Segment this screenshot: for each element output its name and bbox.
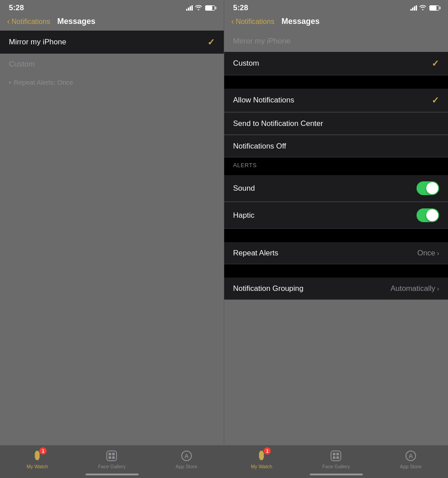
svg-text:A: A	[409, 453, 413, 459]
right-custom-item[interactable]: Custom ✓	[224, 52, 448, 75]
alerts-section-header: ALERTS	[224, 157, 448, 171]
svg-rect-10	[259, 452, 264, 459]
left-tab-face-gallery[interactable]: Face Gallery	[74, 449, 149, 469]
repeat-alerts-value: Once	[417, 249, 436, 258]
notification-grouping-value: Automatically	[390, 284, 435, 293]
right-mirror-item[interactable]: Mirror my iPhone	[224, 31, 448, 52]
app-store-icon: A	[181, 450, 192, 462]
right-tab-bar: 1 My Watch Face Gallery A	[224, 445, 448, 478]
svg-rect-11	[260, 451, 263, 452]
notification-grouping-label: Notification Grouping	[233, 284, 304, 293]
right-tab-face-gallery[interactable]: Face Gallery	[299, 449, 373, 469]
left-phone-screen: 5:28 ‹ Notifications	[0, 0, 224, 478]
right-face-gallery-icon-wrap	[329, 449, 343, 462]
haptic-item[interactable]: Haptic	[224, 202, 448, 229]
left-back-button[interactable]: ‹ Notifications	[7, 17, 50, 26]
left-back-arrow-icon: ‹	[7, 17, 10, 26]
haptic-toggle[interactable]	[417, 208, 439, 222]
svg-rect-2	[36, 458, 39, 460]
left-app-store-icon-wrap: A	[180, 449, 193, 462]
right-page-title: Messages	[281, 17, 319, 26]
right-status-bar: 5:28	[224, 0, 448, 14]
sound-label: Sound	[233, 184, 255, 193]
left-repeat-label: Repeat Alerts: Once	[14, 78, 73, 86]
bullet-icon: •	[9, 79, 11, 86]
left-nav-bar: ‹ Notifications Messages	[0, 14, 224, 31]
section-gap-alerts: ALERTS	[224, 157, 448, 175]
right-custom-checkmark-icon: ✓	[432, 58, 439, 69]
mirror-checkmark-icon: ✓	[207, 37, 215, 47]
right-mirror-label: Mirror my iPhone	[233, 37, 290, 46]
notifications-off-item[interactable]: Notifications Off	[224, 135, 448, 157]
svg-rect-1	[36, 451, 39, 452]
right-back-button[interactable]: ‹ Notifications	[231, 17, 274, 26]
notifications-off-label: Notifications Off	[233, 142, 286, 151]
left-page-title: Messages	[57, 17, 95, 26]
watch-badge: 1	[39, 447, 47, 454]
section-gap-1	[224, 75, 448, 89]
sound-toggle-knob	[426, 182, 438, 194]
section-gap-3	[224, 264, 448, 278]
notification-grouping-value-wrap: Automatically ›	[390, 284, 439, 293]
right-status-time: 5:28	[233, 4, 248, 12]
repeat-alerts-chevron-icon: ›	[437, 250, 439, 257]
svg-rect-7	[112, 456, 115, 459]
svg-rect-5	[112, 453, 115, 455]
notification-grouping-chevron-icon: ›	[437, 285, 439, 292]
right-phone-screen: 5:28 ‹ Notifications	[224, 0, 448, 478]
svg-rect-17	[336, 456, 339, 459]
right-wifi-icon	[419, 4, 426, 12]
svg-rect-12	[260, 458, 263, 460]
battery-icon	[205, 5, 215, 11]
repeat-alerts-item[interactable]: Repeat Alerts Once ›	[224, 242, 448, 264]
left-status-time: 5:28	[9, 4, 24, 12]
left-status-bar: 5:28	[0, 0, 224, 14]
notification-grouping-item[interactable]: Notification Grouping Automatically ›	[224, 278, 448, 300]
left-tab-bar: 1 My Watch Face Gallery A	[0, 445, 224, 478]
left-status-icons	[186, 4, 215, 12]
right-nav-bar: ‹ Notifications Messages	[224, 14, 448, 31]
left-watch-icon-wrap: 1	[31, 449, 44, 462]
right-tab-app-store[interactable]: A App Store	[374, 449, 448, 469]
allow-notifications-checkmark-icon: ✓	[432, 95, 439, 106]
allow-notifications-item[interactable]: Allow Notifications ✓	[224, 89, 448, 112]
wifi-icon	[195, 4, 202, 12]
svg-rect-3	[107, 451, 117, 461]
right-tab-my-watch[interactable]: 1 My Watch	[224, 449, 299, 469]
svg-rect-13	[331, 451, 341, 461]
right-custom-label: Custom	[233, 59, 259, 68]
mirror-my-iphone-item[interactable]: Mirror my iPhone ✓	[0, 31, 224, 54]
mirror-my-iphone-label: Mirror my iPhone	[9, 38, 66, 47]
right-back-arrow-icon: ‹	[231, 17, 234, 26]
right-app-store-tab-label: App Store	[400, 464, 421, 469]
left-custom-item[interactable]: Custom	[0, 54, 224, 75]
right-home-indicator	[310, 474, 363, 475]
left-face-gallery-icon-wrap	[105, 449, 118, 462]
right-app-store-icon-wrap: A	[404, 449, 417, 462]
left-home-indicator	[86, 474, 139, 475]
svg-rect-4	[109, 453, 111, 455]
left-tab-app-store[interactable]: A App Store	[149, 449, 224, 469]
signal-bars-icon	[186, 5, 193, 11]
right-face-gallery-tab-label: Face Gallery	[322, 464, 350, 469]
repeat-alerts-label: Repeat Alerts	[233, 249, 278, 258]
left-back-label: Notifications	[12, 18, 50, 26]
left-custom-label: Custom	[9, 60, 35, 69]
right-app-store-icon: A	[405, 450, 417, 462]
send-to-center-label: Send to Notification Center	[233, 119, 323, 128]
right-battery-icon	[429, 5, 439, 11]
sound-toggle[interactable]	[417, 181, 439, 195]
sound-item[interactable]: Sound	[224, 175, 448, 202]
svg-rect-15	[336, 453, 339, 455]
allow-notifications-label: Allow Notifications	[233, 96, 294, 105]
left-app-store-tab-label: App Store	[175, 464, 197, 469]
send-to-center-item[interactable]: Send to Notification Center	[224, 113, 448, 135]
svg-rect-16	[333, 456, 335, 459]
right-face-gallery-icon	[330, 450, 342, 462]
right-watch-tab-label: My Watch	[251, 464, 273, 469]
left-tab-my-watch[interactable]: 1 My Watch	[0, 449, 74, 469]
right-status-icons	[410, 4, 439, 12]
right-watch-badge: 1	[264, 447, 271, 454]
right-watch-icon-wrap: 1	[255, 449, 268, 462]
haptic-toggle-knob	[426, 209, 438, 221]
